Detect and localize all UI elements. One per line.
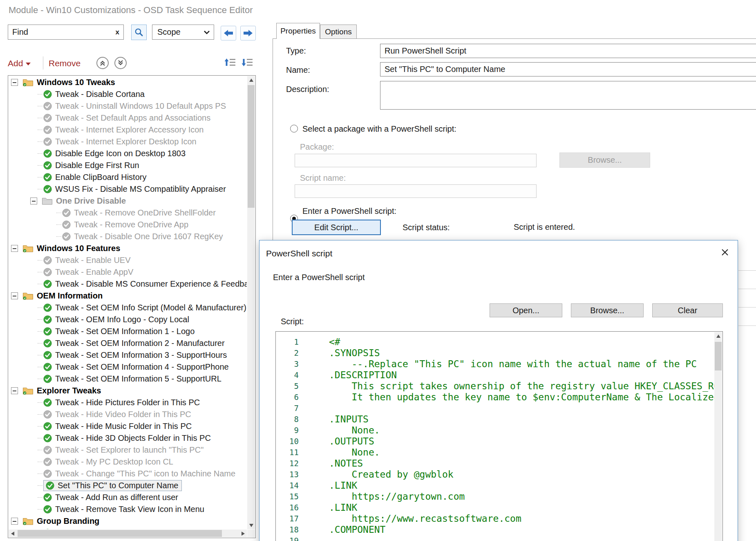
- tree-step[interactable]: Tweak - Enable AppV: [9, 266, 247, 278]
- collapse-icon[interactable]: [11, 79, 18, 86]
- search-button[interactable]: [131, 25, 147, 40]
- tree-step[interactable]: Tweak - Disable MS Consumer Experience &…: [9, 278, 247, 290]
- tree-step[interactable]: Tweak - Set OEM Info Script (Model & Man…: [9, 302, 247, 314]
- editor-vscroll-thumb[interactable]: [715, 342, 722, 370]
- tree-vertical-scrollbar[interactable]: [247, 76, 255, 529]
- collapse-icon[interactable]: [11, 387, 18, 394]
- tree-step[interactable]: Tweak - Set OEM Information 1 - Logo: [9, 325, 247, 337]
- clear-search-icon[interactable]: x: [116, 28, 119, 36]
- check-circle-icon: [43, 185, 52, 193]
- collapse-icon[interactable]: [11, 245, 18, 252]
- collapse-all-button[interactable]: [96, 57, 109, 69]
- clear-button[interactable]: Clear: [652, 303, 723, 317]
- tree-step[interactable]: Tweak - Hide Video Folder in This PC: [9, 409, 247, 420]
- navigate-forward-button[interactable]: [240, 26, 256, 40]
- tree-step[interactable]: Tweak - Set Explorer to launch "This PC": [9, 444, 247, 456]
- tree-step[interactable]: Disable Edge Icon on Desktop 1803: [9, 148, 247, 159]
- search-input[interactable]: Find x: [8, 25, 124, 40]
- radio-enter-script-label: Enter a PowerShell script:: [302, 207, 396, 216]
- selected-step[interactable]: Set "This PC" to Computer Name: [43, 480, 182, 491]
- radio-select-package[interactable]: [290, 125, 298, 132]
- name-input[interactable]: Set "This PC" to Computer Name: [380, 62, 756, 76]
- move-down-button[interactable]: [241, 56, 254, 69]
- tree-item-label: Tweak - Uninstall Windows 10 Default App…: [55, 101, 226, 111]
- browse-button[interactable]: Browse...: [571, 303, 644, 317]
- navigate-back-button[interactable]: [221, 26, 236, 40]
- script-name-label: Script name:: [300, 173, 346, 183]
- remove-button[interactable]: Remove: [49, 57, 81, 70]
- tree-step[interactable]: Tweak - Set OEM Information 3 - SupportH…: [9, 349, 247, 361]
- scroll-down-icon[interactable]: [247, 521, 255, 529]
- collapse-icon[interactable]: [11, 292, 18, 299]
- scope-select[interactable]: Scope: [152, 25, 214, 40]
- tree-group[interactable]: OEM Information: [9, 290, 247, 302]
- collapse-icon[interactable]: [11, 518, 18, 525]
- description-input[interactable]: [380, 81, 756, 110]
- tree-group[interactable]: One Drive Disable: [9, 195, 247, 207]
- move-up-button[interactable]: [224, 56, 237, 69]
- collapse-icon[interactable]: [30, 198, 37, 204]
- editor-vertical-scrollbar[interactable]: [714, 332, 722, 541]
- tree-step[interactable]: Tweak - Hide 3D Objects Folder in This P…: [9, 432, 247, 444]
- expand-all-button[interactable]: [114, 57, 127, 69]
- tree-item-label: One Drive Disable: [56, 196, 126, 206]
- tab-options[interactable]: Options: [320, 25, 357, 38]
- tree-step[interactable]: Tweak - My PC Desktop Icon CL: [9, 456, 247, 468]
- package-input: [295, 154, 537, 167]
- line-number: 8: [276, 414, 299, 425]
- tree-group[interactable]: Windows 10 Tweaks: [9, 76, 247, 88]
- line-number: 19: [276, 535, 299, 541]
- tree-step[interactable]: Disable Edge First Run: [9, 159, 247, 171]
- edit-script-button[interactable]: Edit Script...: [292, 220, 381, 235]
- tree-step[interactable]: Tweak - Add Run as different user: [9, 492, 247, 503]
- tree-step[interactable]: Tweak - Set OEM Information 2 - Manufact…: [9, 337, 247, 349]
- tree-group[interactable]: Explorer Tweaks: [9, 385, 247, 397]
- tree-step[interactable]: Tweak - Hide Music Folder in This PC: [9, 420, 247, 432]
- scroll-up-icon[interactable]: [714, 332, 722, 340]
- close-button[interactable]: [719, 246, 731, 258]
- tree-horizontal-scrollbar[interactable]: [9, 530, 247, 537]
- tree-step[interactable]: Tweak - Set OEM Information 4 - SupportP…: [9, 361, 247, 373]
- tree-vscroll-thumb[interactable]: [248, 85, 255, 208]
- tree-step[interactable]: Tweak - Set Default Apps and Association…: [9, 112, 247, 124]
- tree-step[interactable]: Tweak - Change "This PC" icon to Machine…: [9, 468, 247, 480]
- tree-item-label: Tweak - Enable AppV: [55, 267, 133, 277]
- tree-connector: [38, 343, 42, 343]
- tree-group[interactable]: Windows 10 Features: [9, 242, 247, 254]
- check-circle-icon: [46, 481, 54, 490]
- tree-item-label: Tweak - Internet Explorer Desktop Icon: [55, 137, 197, 146]
- tree-step[interactable]: Tweak - Uninstall Windows 10 Default App…: [9, 100, 247, 112]
- tree-step[interactable]: Tweak - Internet Explorer Desktop Icon: [9, 136, 247, 148]
- tree-step[interactable]: WSUS Fix - Disable MS Compatiblity Appra…: [9, 183, 247, 195]
- tree-item-label: Tweak - Enable UEV: [55, 256, 131, 265]
- tree-hscroll-thumb[interactable]: [18, 530, 222, 537]
- tree-step[interactable]: Tweak - Remove OneDrive App: [9, 219, 247, 231]
- type-input[interactable]: Run PowerShell Script: [380, 44, 756, 58]
- tree-group[interactable]: Group Branding: [9, 515, 247, 527]
- tree-step[interactable]: Tweak - Hide Pictures Folder in This PC: [9, 397, 247, 409]
- tree-step[interactable]: Tweak - Enable UEV: [9, 254, 247, 266]
- description-label: Description:: [286, 85, 329, 94]
- tree-item-label: Tweak - Remove OneDrive App: [74, 220, 188, 229]
- tree-step[interactable]: Tweak - Default Start Menu Layout: [9, 527, 247, 529]
- tree-step[interactable]: Tweak - OEM Info Logo - Copy Local: [9, 314, 247, 325]
- check-circle-icon: [43, 458, 52, 466]
- tree-step[interactable]: Tweak - Set OEM Information 5 - SupportU…: [9, 373, 247, 385]
- add-button[interactable]: Add: [8, 57, 31, 70]
- tree-item-label: Explorer Tweaks: [37, 386, 101, 395]
- tree-step[interactable]: Enable ClipBoard History: [9, 171, 247, 183]
- tree-item-label: Tweak - Set OEM Information 1 - Logo: [55, 327, 195, 336]
- script-editor[interactable]: <#.SYNOPSIS --.Replace "This PC" icon na…: [275, 331, 723, 541]
- open-button[interactable]: Open...: [490, 303, 562, 317]
- tab-properties[interactable]: Properties: [276, 23, 320, 39]
- tree-step[interactable]: Tweak - Remove Task View Icon in Menu: [9, 503, 247, 515]
- scroll-up-icon[interactable]: [247, 76, 255, 84]
- tree-step[interactable]: Tweak - Disable Cortana: [9, 88, 247, 100]
- scroll-right-icon[interactable]: [239, 530, 247, 537]
- tree-step[interactable]: Tweak - Disable One Drive 1607 RegKey: [9, 231, 247, 242]
- tree-step[interactable]: Tweak - Internet Explorer Accessory Icon: [9, 124, 247, 136]
- scroll-left-icon[interactable]: [9, 530, 16, 537]
- tree-step[interactable]: Set "This PC" to Computer Name: [9, 480, 247, 492]
- check-circle-icon: [43, 351, 52, 359]
- tree-step[interactable]: Tweak - Remove OneDrive ShellFolder: [9, 207, 247, 219]
